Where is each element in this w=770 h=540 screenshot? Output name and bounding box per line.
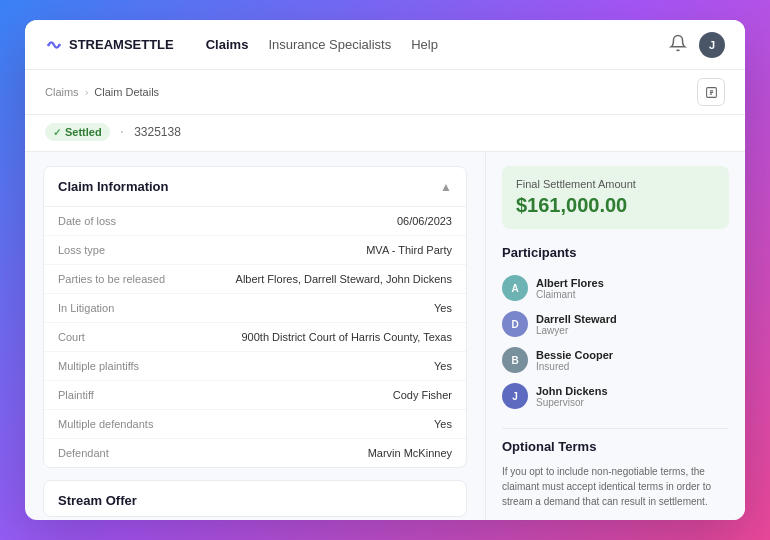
list-item: B Bessie Cooper Insured xyxy=(502,342,729,378)
export-button[interactable] xyxy=(697,78,725,106)
participant-info: John Dickens Supervisor xyxy=(536,385,608,408)
status-bar: ✓ Settled · 3325138 xyxy=(25,115,745,152)
value-loss-type: MVA - Third Party xyxy=(366,244,452,256)
participants-section: Participants A Albert Flores Claimant D … xyxy=(502,245,729,414)
nav-links: Claims Insurance Specialists Help xyxy=(206,37,645,52)
table-row: Plaintiff Cody Fisher xyxy=(44,381,466,410)
check-icon: ✓ xyxy=(53,127,61,138)
list-item: D Darrell Steward Lawyer xyxy=(502,306,729,342)
logo-icon xyxy=(45,36,63,54)
value-multiple-defendants: Yes xyxy=(434,418,452,430)
value-court: 900th District Court of Harris County, T… xyxy=(241,331,452,343)
participants-title: Participants xyxy=(502,245,729,260)
nav-claims[interactable]: Claims xyxy=(206,37,249,52)
stream-offer-header: Stream Offer xyxy=(44,481,466,516)
label-multiple-plaintiffs: Multiple plaintiffs xyxy=(58,360,149,372)
stream-offer-title: Stream Offer xyxy=(58,493,137,508)
export-icon xyxy=(705,86,718,99)
participant-role: Insured xyxy=(536,361,613,372)
participant-name: John Dickens xyxy=(536,385,608,397)
status-label: Settled xyxy=(65,126,102,138)
settlement-label: Final Settlement Amount xyxy=(516,178,715,190)
svg-point-0 xyxy=(47,43,50,46)
nav-insurance-specialists[interactable]: Insurance Specialists xyxy=(268,37,391,52)
status-badge: ✓ Settled xyxy=(45,123,110,141)
label-loss-type: Loss type xyxy=(58,244,115,256)
label-litigation: In Litigation xyxy=(58,302,124,314)
table-row: Parties to be released Albert Flores, Da… xyxy=(44,265,466,294)
app-window: STREAMSETTLE Claims Insurance Specialist… xyxy=(25,20,745,520)
avatar: J xyxy=(502,383,528,409)
list-item: J John Dickens Supervisor xyxy=(502,378,729,414)
label-plaintiff: Plaintiff xyxy=(58,389,104,401)
participant-info: Albert Flores Claimant xyxy=(536,277,604,300)
settlement-amount: $161,000.00 xyxy=(516,194,715,217)
avatar: A xyxy=(502,275,528,301)
claim-info-title: Claim Information xyxy=(58,179,169,194)
right-panel: Final Settlement Amount $161,000.00 Part… xyxy=(485,152,745,520)
participant-info: Bessie Cooper Insured xyxy=(536,349,613,372)
participant-name: Darrell Steward xyxy=(536,313,617,325)
value-litigation: Yes xyxy=(434,302,452,314)
avatar: B xyxy=(502,347,528,373)
breadcrumb-root[interactable]: Claims xyxy=(45,86,79,98)
table-row: Defendant Marvin McKinney xyxy=(44,439,466,467)
left-panel: Claim Information ▲ Date of loss 06/06/2… xyxy=(25,152,485,520)
term-row: Require Confidentiality ✓ xyxy=(502,519,729,520)
claim-info-card: Claim Information ▲ Date of loss 06/06/2… xyxy=(43,166,467,468)
label-date-of-loss: Date of loss xyxy=(58,215,126,227)
claim-info-header: Claim Information ▲ xyxy=(44,167,466,207)
label-defendant: Defendant xyxy=(58,447,119,459)
nav-help[interactable]: Help xyxy=(411,37,438,52)
participant-role: Claimant xyxy=(536,289,604,300)
table-row: In Litigation Yes xyxy=(44,294,466,323)
table-row: Court 900th District Court of Harris Cou… xyxy=(44,323,466,352)
value-parties: Albert Flores, Darrell Steward, John Dic… xyxy=(236,273,452,285)
optional-terms-title: Optional Terms xyxy=(502,439,729,454)
table-row: Multiple defendants Yes xyxy=(44,410,466,439)
participant-role: Lawyer xyxy=(536,325,617,336)
optional-terms-section: Optional Terms If you opt to include non… xyxy=(502,439,729,520)
optional-terms-description: If you opt to include non-negotiable ter… xyxy=(502,464,729,509)
stream-offer-card: Stream Offer xyxy=(43,480,467,517)
participant-name: Bessie Cooper xyxy=(536,349,613,361)
bell-button[interactable] xyxy=(669,34,687,56)
status-separator: · xyxy=(120,123,124,141)
collapse-icon[interactable]: ▲ xyxy=(440,180,452,194)
breadcrumb: Claims › Claim Details xyxy=(45,86,159,98)
avatar: D xyxy=(502,311,528,337)
label-multiple-defendants: Multiple defendants xyxy=(58,418,163,430)
value-plaintiff: Cody Fisher xyxy=(393,389,452,401)
svg-point-1 xyxy=(58,43,61,46)
breadcrumb-current: Claim Details xyxy=(94,86,159,98)
table-row: Date of loss 06/06/2023 xyxy=(44,207,466,236)
participant-role: Supervisor xyxy=(536,397,608,408)
participant-name: Albert Flores xyxy=(536,277,604,289)
list-item: A Albert Flores Claimant xyxy=(502,270,729,306)
label-court: Court xyxy=(58,331,95,343)
nav-actions: J xyxy=(669,32,725,58)
breadcrumb-bar: Claims › Claim Details xyxy=(25,70,745,115)
table-row: Multiple plaintiffs Yes xyxy=(44,352,466,381)
table-row: Loss type MVA - Third Party xyxy=(44,236,466,265)
bell-icon xyxy=(669,34,687,52)
value-defendant: Marvin McKinney xyxy=(368,447,452,459)
navbar: STREAMSETTLE Claims Insurance Specialist… xyxy=(25,20,745,70)
logo-text: STREAMSETTLE xyxy=(69,37,174,52)
breadcrumb-separator: › xyxy=(85,86,89,98)
value-date-of-loss: 06/06/2023 xyxy=(397,215,452,227)
divider xyxy=(502,428,729,429)
claim-id: 3325138 xyxy=(134,125,181,139)
participant-info: Darrell Steward Lawyer xyxy=(536,313,617,336)
settlement-box: Final Settlement Amount $161,000.00 xyxy=(502,166,729,229)
user-avatar[interactable]: J xyxy=(699,32,725,58)
main-content: Claim Information ▲ Date of loss 06/06/2… xyxy=(25,152,745,520)
value-multiple-plaintiffs: Yes xyxy=(434,360,452,372)
logo: STREAMSETTLE xyxy=(45,36,174,54)
label-parties: Parties to be released xyxy=(58,273,175,285)
